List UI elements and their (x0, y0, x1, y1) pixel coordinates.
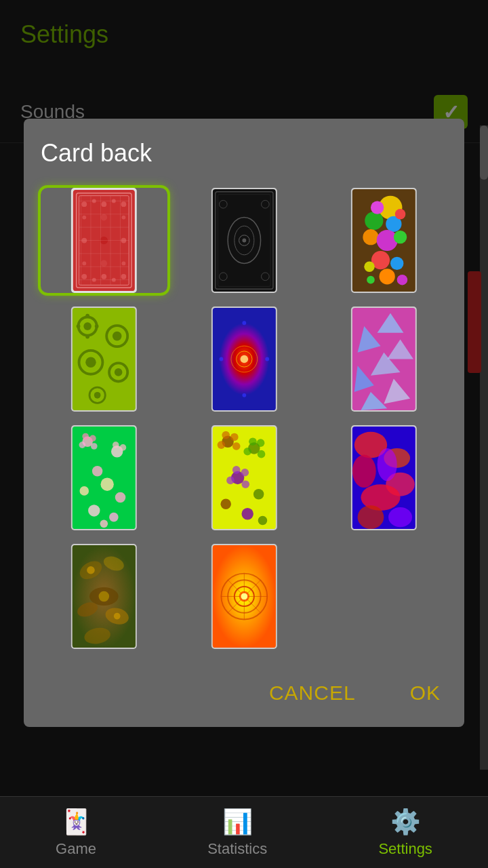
svg-point-17 (121, 262, 125, 266)
svg-point-143 (358, 505, 384, 529)
svg-point-120 (217, 441, 225, 449)
game-icon: 🃏 (61, 808, 92, 836)
card-option-6[interactable] (41, 425, 167, 530)
svg-point-109 (100, 478, 113, 491)
svg-point-18 (81, 274, 87, 279)
svg-point-103 (79, 441, 86, 448)
settings-icon: ⚙️ (390, 808, 421, 836)
svg-point-22 (121, 274, 127, 279)
svg-point-77 (77, 324, 81, 328)
svg-point-52 (371, 201, 384, 214)
statistics-icon: 📊 (222, 808, 253, 836)
card-back-dialog: Card back (24, 119, 464, 727)
svg-point-60 (380, 269, 395, 284)
svg-point-58 (390, 257, 403, 270)
svg-point-145 (378, 448, 397, 481)
card-option-2[interactable] (321, 188, 447, 293)
svg-point-135 (258, 516, 267, 526)
svg-point-140 (352, 455, 376, 488)
ok-button[interactable]: OK (403, 676, 447, 710)
svg-point-66 (83, 322, 92, 330)
svg-point-101 (82, 433, 89, 440)
svg-point-55 (377, 230, 398, 251)
svg-point-157 (114, 613, 121, 620)
nav-label-statistics: Statistics (207, 840, 267, 858)
svg-point-108 (92, 466, 103, 477)
card-option-5[interactable] (321, 307, 447, 412)
svg-point-88 (242, 393, 246, 397)
nav-item-statistics[interactable]: 📊 Statistics (207, 808, 267, 858)
svg-point-70 (85, 357, 96, 368)
svg-point-106 (113, 441, 119, 448)
svg-point-110 (79, 486, 89, 496)
svg-point-75 (85, 314, 89, 318)
svg-point-4 (81, 201, 87, 207)
svg-point-78 (95, 324, 99, 328)
svg-point-11 (121, 216, 125, 220)
nav-label-game: Game (56, 840, 96, 858)
svg-point-156 (87, 566, 95, 574)
svg-point-72 (115, 368, 123, 376)
svg-point-6 (101, 201, 106, 207)
svg-point-85 (242, 321, 246, 325)
svg-point-54 (363, 229, 379, 245)
card-option-10[interactable] (181, 544, 308, 649)
svg-point-41 (242, 239, 246, 243)
svg-point-8 (121, 201, 127, 207)
card-option-3[interactable] (41, 307, 167, 412)
svg-point-9 (82, 216, 86, 220)
card-option-0[interactable] (41, 188, 167, 293)
svg-point-104 (91, 443, 98, 450)
card-option-1[interactable] (181, 188, 308, 293)
svg-point-84 (240, 355, 248, 363)
svg-point-59 (365, 262, 375, 273)
svg-point-144 (388, 507, 412, 527)
card-option-4[interactable] (181, 307, 308, 412)
dialog-title: Card back (41, 139, 447, 167)
card-option-9[interactable] (41, 544, 167, 649)
svg-point-111 (115, 492, 126, 503)
svg-point-68 (113, 332, 122, 341)
svg-point-129 (241, 469, 249, 477)
svg-point-113 (109, 513, 119, 522)
cancel-button[interactable]: CANCEL (262, 676, 363, 710)
svg-point-16 (100, 260, 107, 267)
svg-point-118 (222, 431, 230, 439)
svg-point-123 (249, 437, 257, 446)
svg-point-76 (85, 335, 89, 339)
dialog-buttons: CANCEL OK (41, 669, 447, 710)
nav-label-settings: Settings (378, 840, 432, 858)
bottom-nav: 🃏 Game 📊 Statistics ⚙️ Settings (0, 796, 488, 868)
svg-point-125 (243, 448, 251, 456)
card-option-8[interactable] (321, 425, 447, 530)
card-grid (41, 188, 447, 649)
svg-point-86 (219, 357, 223, 361)
svg-point-155 (99, 591, 110, 602)
svg-point-102 (89, 435, 96, 442)
svg-point-121 (232, 442, 241, 450)
svg-point-74 (94, 392, 101, 399)
svg-point-133 (220, 499, 231, 510)
svg-point-128 (232, 466, 241, 474)
svg-point-53 (395, 209, 406, 220)
svg-point-50 (365, 212, 384, 230)
svg-rect-64 (73, 308, 136, 410)
svg-point-56 (394, 231, 407, 243)
svg-point-112 (88, 505, 100, 516)
card-option-7[interactable] (181, 425, 308, 530)
svg-point-126 (257, 450, 265, 458)
svg-point-132 (253, 489, 264, 500)
svg-point-114 (100, 520, 108, 528)
svg-point-15 (82, 262, 86, 266)
svg-point-130 (226, 477, 235, 485)
svg-point-134 (241, 508, 253, 519)
svg-point-169 (241, 593, 247, 600)
svg-point-20 (101, 274, 106, 279)
svg-point-124 (256, 439, 264, 447)
svg-point-62 (397, 275, 408, 285)
nav-item-game[interactable]: 🃏 Game (56, 808, 96, 858)
svg-point-131 (241, 480, 249, 488)
svg-point-10 (100, 214, 107, 221)
nav-item-settings[interactable]: ⚙️ Settings (378, 808, 432, 858)
svg-point-87 (265, 357, 269, 361)
